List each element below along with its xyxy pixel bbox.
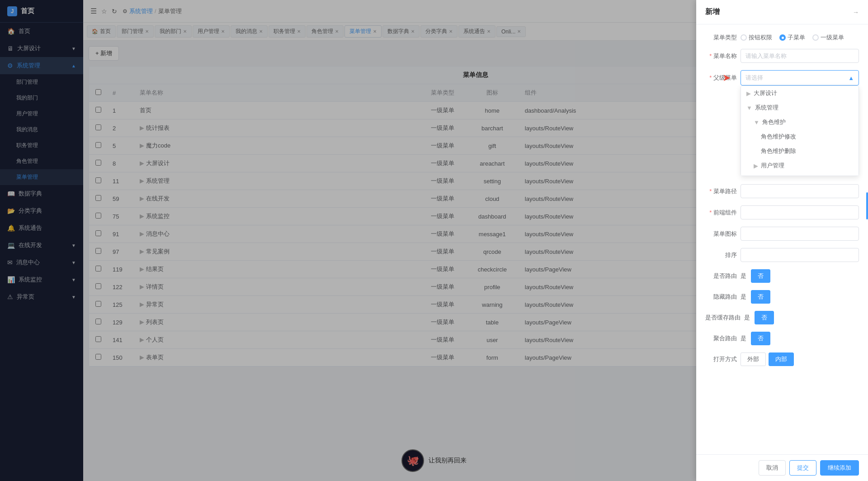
front-comp-label: 前端组件 bbox=[705, 209, 737, 217]
keep-alive-toggle: 是 否 bbox=[744, 311, 859, 324]
front-comp-input[interactable] bbox=[741, 205, 859, 219]
keep-alive-no-btn[interactable]: 否 bbox=[755, 311, 774, 324]
menu-name-control bbox=[741, 49, 859, 63]
scroll-indicator bbox=[866, 192, 868, 219]
hide-route-no-btn[interactable]: 否 bbox=[751, 290, 770, 304]
dropdown-item-rolemaint-edit[interactable]: 角色维护修改 bbox=[741, 129, 859, 144]
open-mode-internal-btn[interactable]: 内部 bbox=[769, 352, 794, 366]
radio-label-submenu: 子菜单 bbox=[788, 33, 805, 42]
menu-path-input[interactable] bbox=[741, 184, 859, 198]
parent-menu-label: 父级菜单 bbox=[705, 74, 737, 82]
dropdown-item-sysmanage[interactable]: ▼ 系统管理 bbox=[741, 100, 859, 115]
select-arrow-icon: ▲ bbox=[848, 75, 854, 81]
menu-icon-row: 菜单图标 bbox=[705, 227, 859, 241]
open-mode-external-btn[interactable]: 外部 bbox=[741, 352, 766, 366]
hide-route-toggle: 是 否 bbox=[741, 290, 859, 304]
radio-circle-topmenu bbox=[812, 34, 819, 41]
right-panel: 新增 → 菜单类型 按钮权限 子菜单 一级菜单 bbox=[696, 0, 868, 481]
menu-type-row: 菜单类型 按钮权限 子菜单 一级菜单 bbox=[705, 33, 859, 42]
front-comp-row: 前端组件 bbox=[705, 205, 859, 219]
menu-type-label: 菜单类型 bbox=[705, 33, 737, 42]
poly-route-row: 聚合路由 是 否 bbox=[705, 332, 859, 345]
usermanage-expand-icon: ▶ bbox=[754, 162, 758, 169]
rolemaint-expand-icon: ▼ bbox=[754, 119, 760, 126]
radio-btn-submenu[interactable]: 子菜单 bbox=[779, 33, 805, 42]
cancel-button[interactable]: 取消 bbox=[759, 460, 786, 476]
keep-alive-row: 是否缓存路由 是 否 bbox=[705, 311, 859, 324]
menu-name-row: 菜单名称 bbox=[705, 49, 859, 63]
order-input[interactable] bbox=[741, 248, 859, 262]
dropdown-rolemaint-del-label: 角色维护删除 bbox=[761, 147, 796, 155]
menu-icon-input[interactable] bbox=[741, 227, 859, 241]
dropdown-item-rolemaint-del[interactable]: 角色维护删除 bbox=[741, 144, 859, 158]
panel-close-icon[interactable]: → bbox=[853, 9, 859, 16]
poly-route-no-btn[interactable]: 否 bbox=[751, 332, 770, 345]
radio-label-topmenu: 一级菜单 bbox=[821, 33, 844, 42]
panel-header: 新增 → bbox=[696, 0, 868, 24]
dropdown-item-deptmanage[interactable]: ▶ 部门管理 bbox=[741, 173, 859, 176]
dropdown-item-usermanage[interactable]: ▶ 用户管理 bbox=[741, 158, 859, 173]
open-mode-label: 打开方式 bbox=[705, 355, 737, 363]
hide-route-row: 隐藏路由 是 否 bbox=[705, 290, 859, 304]
parent-menu-placeholder: 请选择 bbox=[745, 74, 763, 82]
poly-route-text: 是 bbox=[741, 334, 746, 343]
radio-btn-permission[interactable]: 按钮权限 bbox=[741, 33, 772, 42]
red-arrow-indicator: ➤ bbox=[722, 72, 731, 84]
order-row: 排序 bbox=[705, 248, 859, 262]
bigscreen-expand-icon: ▶ bbox=[746, 90, 751, 97]
is-route-row: 是否路由 是 否 bbox=[705, 269, 859, 283]
menu-name-input[interactable] bbox=[741, 49, 859, 63]
submit-button[interactable]: 提交 bbox=[789, 460, 816, 476]
menu-name-label: 菜单名称 bbox=[705, 52, 737, 60]
poly-route-label: 聚合路由 bbox=[705, 334, 737, 343]
parent-menu-dropdown: ▶ 大屏设计 ▼ 系统管理 ▼ 角色维护 角色维护修改 bbox=[741, 86, 859, 176]
sysmanage-expand-icon: ▼ bbox=[746, 105, 752, 111]
dropdown-item-rolemaint[interactable]: ▼ 角色维护 bbox=[741, 115, 859, 129]
dropdown-usermanage-label: 用户管理 bbox=[761, 162, 784, 170]
menu-type-radio-group: 按钮权限 子菜单 一级菜单 bbox=[741, 33, 859, 42]
dropdown-rolemaint-edit-label: 角色维护修改 bbox=[761, 133, 796, 141]
hide-route-text: 是 bbox=[741, 293, 746, 301]
hide-route-label: 隐藏路由 bbox=[705, 293, 737, 301]
parent-menu-row: 父级菜单 ➤ 请选择 ▲ ▶ 大屏设计 ▼ 系统管理 bbox=[705, 70, 859, 86]
parent-menu-select[interactable]: 请选择 ▲ bbox=[741, 70, 859, 86]
keep-alive-text: 是 bbox=[744, 314, 750, 322]
open-mode-row: 打开方式 外部 内部 bbox=[705, 352, 859, 366]
radio-circle-permission bbox=[741, 34, 747, 41]
continue-add-button[interactable]: 继续添加 bbox=[820, 460, 859, 476]
parent-menu-control: ➤ 请选择 ▲ ▶ 大屏设计 ▼ 系统管理 ▼ bbox=[741, 70, 859, 86]
menu-icon-label: 菜单图标 bbox=[705, 230, 737, 238]
dropdown-bigscreen-label: 大屏设计 bbox=[754, 89, 777, 97]
dropdown-rolemaint-label: 角色维护 bbox=[762, 118, 786, 126]
radio-label-permission: 按钮权限 bbox=[749, 33, 772, 42]
radio-btn-topmenu[interactable]: 一级菜单 bbox=[812, 33, 844, 42]
is-route-no-btn[interactable]: 否 bbox=[751, 269, 770, 283]
menu-path-control bbox=[741, 184, 859, 198]
is-route-toggle: 是 否 bbox=[741, 269, 859, 283]
menu-path-label: 菜单路径 bbox=[705, 187, 737, 195]
panel-body: 菜单类型 按钮权限 子菜单 一级菜单 菜单名称 bbox=[696, 24, 868, 454]
poly-route-toggle: 是 否 bbox=[741, 332, 859, 345]
order-control bbox=[741, 248, 859, 262]
dropdown-sysmanage-label: 系统管理 bbox=[755, 104, 778, 112]
dropdown-item-bigscreen[interactable]: ▶ 大屏设计 bbox=[741, 86, 859, 100]
front-comp-control bbox=[741, 205, 859, 219]
menu-icon-control bbox=[741, 227, 859, 241]
order-label: 排序 bbox=[705, 251, 737, 259]
panel-title: 新增 bbox=[705, 7, 720, 17]
panel-footer: 取消 提交 继续添加 bbox=[696, 454, 868, 481]
is-route-label: 是否路由 bbox=[705, 272, 737, 280]
radio-circle-submenu bbox=[779, 34, 786, 41]
keep-alive-label: 是否缓存路由 bbox=[705, 314, 741, 322]
menu-path-row: 菜单路径 bbox=[705, 184, 859, 198]
open-mode-toggle: 外部 内部 bbox=[741, 352, 859, 366]
is-route-text: 是 bbox=[741, 272, 746, 280]
